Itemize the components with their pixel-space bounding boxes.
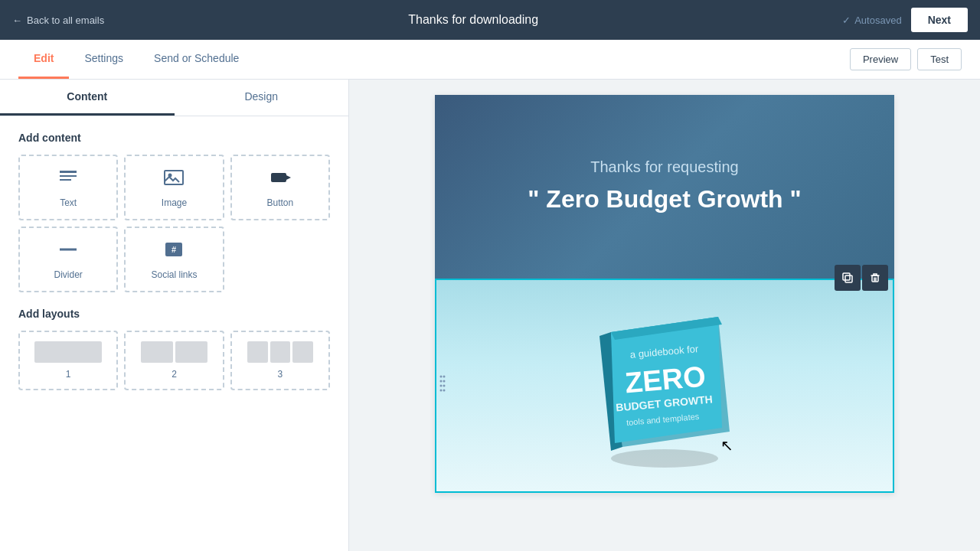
preview-test-actions: Preview Test: [850, 48, 962, 70]
add-content-title: Add content: [18, 132, 330, 144]
drag-handle[interactable]: [438, 370, 447, 401]
left-panel: Content Design Add content Text: [0, 80, 349, 551]
layouts-grid: 1 2 3: [18, 331, 330, 390]
text-block-label: Text: [26, 197, 110, 208]
layout-2col[interactable]: 2: [124, 331, 224, 390]
secondary-navigation-bar: Edit Settings Send or Schedule Preview T…: [0, 40, 980, 80]
email-title: Thanks for downloading: [408, 13, 538, 27]
layout-1col-preview: [26, 341, 110, 363]
svg-point-18: [443, 385, 446, 387]
svg-rect-11: [843, 273, 850, 280]
email-frame: Thanks for requesting " Zero Budget Grow…: [435, 95, 894, 493]
svg-marker-6: [286, 175, 291, 180]
svg-point-17: [440, 385, 443, 387]
divider-icon: [26, 239, 110, 265]
back-link-label: Back to all emails: [27, 15, 104, 26]
autosaved-indicator: ✓ Autosaved: [842, 15, 901, 26]
text-icon: [26, 167, 110, 193]
layout-1col-label: 1: [26, 369, 110, 380]
image-icon: [132, 167, 216, 193]
panel-tab-design[interactable]: Design: [175, 80, 349, 116]
button-block-item[interactable]: Button: [230, 155, 330, 220]
panel-tab-content[interactable]: Content: [0, 80, 175, 116]
svg-text:#: #: [172, 245, 176, 254]
layout-3col-preview: [238, 341, 322, 363]
block-action-toolbar: [835, 265, 888, 291]
text-block-item[interactable]: Text: [18, 155, 118, 220]
svg-point-21: [611, 449, 718, 468]
test-button[interactable]: Test: [917, 48, 962, 70]
svg-rect-12: [872, 276, 878, 282]
social-links-block-item[interactable]: # Social links: [124, 227, 224, 292]
divider-block-item[interactable]: Divider: [18, 227, 118, 292]
button-block-label: Button: [238, 197, 322, 208]
preview-button[interactable]: Preview: [850, 48, 911, 70]
email-canvas-area: Thanks for requesting " Zero Budget Grow…: [349, 80, 980, 551]
hero-subtitle: Thanks for requesting: [458, 158, 871, 176]
content-blocks-grid: Text Image: [18, 155, 330, 292]
layout-1col[interactable]: 1: [18, 331, 118, 390]
svg-rect-1: [60, 175, 77, 177]
add-layouts-title: Add layouts: [18, 308, 330, 320]
layout-3col-label: 3: [238, 369, 322, 380]
main-tabs: Edit Settings Send or Schedule: [18, 40, 254, 79]
panel-tabs: Content Design: [0, 80, 348, 116]
top-right-actions: ✓ Autosaved Next: [842, 8, 968, 32]
divider-block-label: Divider: [26, 269, 110, 280]
svg-point-16: [443, 380, 446, 383]
image-block-label: Image: [132, 197, 216, 208]
svg-rect-5: [271, 173, 286, 182]
svg-point-15: [440, 380, 443, 383]
hero-section[interactable]: Thanks for requesting " Zero Budget Grow…: [435, 95, 894, 279]
copy-block-button[interactable]: [835, 265, 861, 291]
back-arrow-icon: ←: [12, 15, 22, 26]
button-icon: [238, 167, 322, 193]
image-block-item[interactable]: Image: [124, 155, 224, 220]
delete-block-button[interactable]: [862, 265, 888, 291]
tab-edit[interactable]: Edit: [18, 40, 69, 79]
autosaved-label: Autosaved: [854, 15, 901, 26]
hero-title: " Zero Budget Growth ": [458, 184, 871, 216]
next-button[interactable]: Next: [911, 8, 968, 32]
layout-3col[interactable]: 3: [230, 331, 330, 390]
back-to-emails-link[interactable]: ← Back to all emails: [12, 15, 104, 26]
svg-rect-0: [60, 171, 77, 173]
book-image-block[interactable]: a guidebook for ZERO BUDGET GROWTH tools…: [435, 279, 894, 493]
checkmark-icon: ✓: [842, 15, 851, 26]
panel-content-area: Add content Text: [0, 116, 348, 406]
main-layout: Content Design Add content Text: [0, 80, 980, 551]
top-navigation-bar: ← Back to all emails Thanks for download…: [0, 0, 980, 40]
layout-2col-preview: [132, 341, 216, 363]
svg-point-13: [440, 376, 443, 378]
svg-point-19: [440, 390, 443, 392]
social-block-label: Social links: [132, 269, 216, 280]
layout-2col-label: 2: [132, 369, 216, 380]
tab-send-or-schedule[interactable]: Send or Schedule: [139, 40, 254, 79]
book-illustration: a guidebook for ZERO BUDGET GROWTH tools…: [565, 286, 764, 485]
svg-point-14: [443, 376, 446, 378]
svg-point-20: [443, 390, 446, 392]
social-icon: #: [132, 239, 216, 265]
tab-settings[interactable]: Settings: [69, 40, 139, 79]
svg-rect-2: [60, 179, 71, 181]
